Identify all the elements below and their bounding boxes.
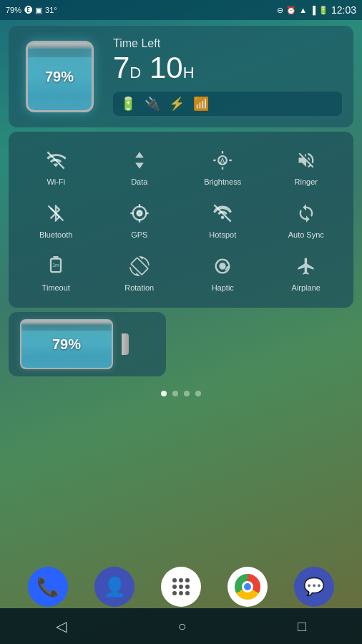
time-left-label: Time Left (113, 37, 342, 50)
chrome-inner (242, 581, 253, 592)
airplane-label: Airplane (292, 283, 321, 292)
hotspot-icon (210, 200, 235, 226)
timeout-label: Timeout (42, 283, 70, 292)
home-icon: ○ (177, 618, 186, 634)
hotspot-label: Hotspot (209, 230, 236, 239)
dock: 📞 👤 💬 (0, 567, 362, 607)
temp-display: 31° (45, 6, 57, 14)
battery-widget-bottom[interactable]: 79% (9, 312, 166, 376)
home-button[interactable]: ○ (172, 613, 192, 640)
apps-grid-icon (172, 578, 190, 595)
battery-widget-bottom-container: 79% (9, 312, 353, 376)
svg-text:A: A (220, 156, 225, 165)
recents-icon: □ (298, 618, 306, 634)
dock-messages[interactable]: 💬 (294, 567, 334, 607)
battery-can: 79% (26, 41, 94, 112)
time-left-value: 7D 10H (113, 53, 342, 83)
clock: 12:03 (331, 4, 356, 16)
dock-chrome[interactable] (228, 567, 268, 607)
phone-icon: 📞 (36, 576, 59, 598)
battery-pct-status: 79% (6, 6, 21, 14)
status-bar: 79% 🅔 ▣ 31° ⊖ ⏰ ▲ ▐ 🔋 12:03 (0, 0, 362, 20)
battery-info: Time Left 7D 10H 🔋 🔌 ⚡ 📶 (113, 37, 342, 116)
days-value: 7 (113, 51, 129, 84)
alarm-icon: ⏰ (286, 6, 296, 15)
svg-point-9 (137, 211, 142, 216)
toggle-wifi[interactable]: Wi-Fi (14, 140, 98, 193)
toggle-ringer[interactable]: Ringer (265, 140, 348, 193)
data-label: Data (131, 177, 147, 186)
charging-icon[interactable]: 🔌 (145, 96, 160, 112)
battery-icon: 🔋 (318, 6, 328, 15)
gps-label: GPS (131, 230, 147, 239)
wifi-bat-icon[interactable]: 📶 (193, 96, 209, 112)
bluetooth-icon (43, 200, 69, 226)
battery-visual: 79% (20, 37, 99, 116)
battery-cap-right (122, 333, 129, 355)
rotation-label: Rotation (124, 283, 154, 292)
nav-bar: ◁ ○ □ (0, 608, 362, 644)
bluetooth-label: Bluetooth (39, 230, 72, 239)
dnd-icon: ⊖ (277, 6, 283, 15)
wifi-label: Wi-Fi (47, 177, 65, 186)
battery-can-small: 79% (20, 319, 113, 369)
svg-text:1m: 1m (52, 263, 59, 268)
rotation-icon (127, 253, 152, 279)
haptic-label: Haptic (212, 283, 234, 292)
timeout-icon: 1m (43, 253, 69, 279)
toggle-airplane[interactable]: Airplane (265, 246, 348, 299)
battery-widget-top[interactable]: 79% Time Left 7D 10H 🔋 🔌 ⚡ 📶 (9, 26, 353, 127)
back-icon: ◁ (56, 618, 67, 634)
toggles-grid: Wi-Fi Data A (14, 140, 348, 299)
main-content: 79% Time Left 7D 10H 🔋 🔌 ⚡ 📶 (0, 20, 362, 406)
signal-icon: ▲ (299, 6, 307, 14)
page-dot-2[interactable] (172, 391, 178, 396)
toggle-autosync[interactable]: Auto Sync (265, 193, 348, 246)
dock-apps[interactable] (161, 567, 201, 607)
brightness-icon: A (210, 147, 235, 173)
back-button[interactable]: ◁ (50, 612, 72, 640)
toggle-hotspot[interactable]: Hotspot (181, 193, 265, 246)
chrome-icon (235, 574, 260, 600)
toggle-bluetooth[interactable]: Bluetooth (14, 193, 98, 246)
messages-icon: 💬 (303, 577, 325, 597)
toggle-rotation[interactable]: Rotation (98, 246, 182, 299)
recents-button[interactable]: □ (292, 613, 312, 640)
contacts-icon: 👤 (103, 576, 126, 598)
hours-value: 10 (150, 51, 183, 84)
dock-contacts[interactable]: 👤 (94, 567, 134, 607)
ringer-label: Ringer (295, 177, 318, 186)
page-dot-1[interactable] (161, 391, 167, 396)
data-icon (127, 147, 152, 173)
haptic-icon (210, 253, 235, 279)
notification-icon: 🅔 (24, 6, 32, 14)
day-unit: D (129, 64, 141, 82)
page-dots (9, 386, 353, 401)
battery-mode-icon[interactable]: 🔋 (120, 96, 136, 112)
battery-percentage: 79% (45, 69, 74, 85)
brightness-label: Brightness (204, 177, 241, 186)
sim-icon: ▣ (35, 6, 42, 15)
autosync-label: Auto Sync (288, 230, 324, 239)
toggles-widget[interactable]: Wi-Fi Data A (9, 132, 353, 308)
airplane-icon (293, 253, 319, 279)
battery-pct-small: 79% (52, 336, 81, 353)
page-dot-4[interactable] (195, 391, 201, 396)
status-left: 79% 🅔 ▣ 31° (6, 6, 57, 15)
gps-icon (127, 200, 152, 226)
toggle-data[interactable]: Data (98, 140, 182, 193)
battery-mode-icons: 🔋 🔌 ⚡ 📶 (113, 92, 342, 116)
toggle-brightness[interactable]: A Brightness (181, 140, 265, 193)
toggle-gps[interactable]: GPS (98, 193, 182, 246)
status-right: ⊖ ⏰ ▲ ▐ 🔋 12:03 (277, 4, 356, 16)
wifi-icon (43, 147, 69, 173)
dock-phone[interactable]: 📞 (28, 567, 68, 607)
page-dot-3[interactable] (184, 391, 190, 396)
signal-bars: ▐ (310, 6, 315, 14)
toggle-timeout[interactable]: 1m Timeout (14, 246, 98, 299)
ringer-icon (293, 147, 319, 173)
autosync-icon (293, 200, 319, 226)
hour-unit: H (183, 64, 195, 82)
toggle-haptic[interactable]: Haptic (181, 246, 265, 299)
usb-icon[interactable]: ⚡ (169, 96, 185, 112)
